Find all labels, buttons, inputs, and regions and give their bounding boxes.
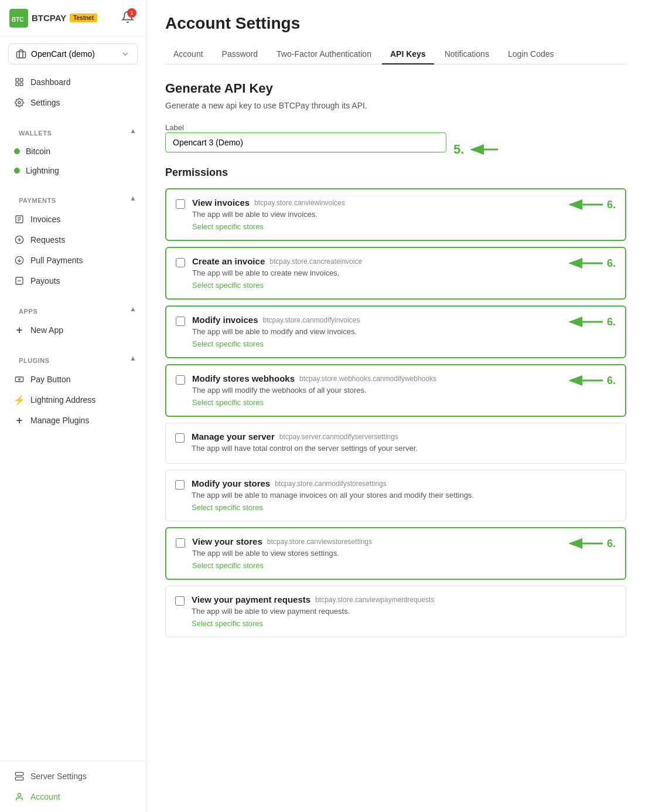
wallets-toggle-icon[interactable]: ▲ — [129, 127, 136, 135]
svg-rect-21 — [15, 772, 23, 775]
sidebar-item-requests[interactable]: Requests — [5, 230, 141, 250]
annotation-6-create-invoice: 6. — [565, 256, 616, 270]
wallets-section-header: WALLETS ▲ — [0, 118, 146, 141]
requests-icon — [14, 235, 25, 245]
label-field-label: Label — [165, 123, 184, 132]
permission-link-modify-stores[interactable]: Select specific stores — [192, 503, 263, 512]
testnet-badge: Testnet — [70, 13, 97, 22]
dashboard-label: Dashboard — [30, 77, 71, 87]
permission-checkbox-view-invoices[interactable] — [176, 199, 185, 209]
plugins-section: PLUGINS ▲ Pay Button ⚡ Lightning Address… — [0, 345, 146, 436]
sidebar-item-dashboard[interactable]: Dashboard — [5, 72, 141, 92]
requests-label: Requests — [30, 235, 65, 244]
new-app-label: New App — [30, 325, 63, 335]
tab-account[interactable]: Account — [165, 45, 211, 64]
permission-code-modify-invoices: btcpay.store.canmodifyinvoices — [263, 316, 360, 324]
permission-desc-manage-server: The app will have total control on the s… — [192, 444, 616, 453]
sidebar-item-new-app[interactable]: + New App — [5, 320, 141, 340]
apps-section: APPS ▲ + New App — [0, 296, 146, 345]
tab-two-factor[interactable]: Two-Factor Authentication — [268, 45, 380, 64]
store-selector[interactable]: OpenCart (demo) — [8, 43, 138, 64]
svg-point-20 — [19, 379, 21, 380]
server-settings-icon — [14, 771, 25, 782]
sidebar-item-payouts[interactable]: Payouts — [5, 271, 141, 291]
sidebar-item-bitcoin[interactable]: Bitcoin — [5, 142, 141, 161]
main-content: Account Settings Account Password Two-Fa… — [146, 0, 645, 812]
annotation-6-view-invoices: 6. — [565, 198, 616, 212]
apps-toggle-icon[interactable]: ▲ — [129, 305, 136, 313]
sidebar-item-manage-plugins[interactable]: + Manage Plugins — [5, 410, 141, 430]
tab-api-keys[interactable]: API Keys — [382, 45, 434, 64]
permission-checkbox-modify-invoices[interactable] — [176, 317, 185, 326]
invoices-icon — [14, 214, 25, 225]
permission-checkbox-create-invoice[interactable] — [176, 258, 185, 267]
permission-desc-modify-invoices: The app will be able to modify and view … — [192, 327, 558, 336]
permission-name-view-payment-requests: View your payment requests — [192, 594, 310, 604]
payouts-label: Payouts — [30, 276, 60, 286]
notification-button[interactable]: 1 — [119, 8, 136, 28]
permission-link-modify-webhooks[interactable]: Select specific stores — [192, 398, 264, 407]
lightning-address-label: Lightning Address — [30, 395, 95, 405]
svg-rect-19 — [15, 377, 23, 382]
label-field-container: Label 5. — [165, 122, 626, 167]
btcpay-logo: BTC — [9, 9, 28, 28]
tab-password[interactable]: Password — [214, 45, 266, 64]
permission-link-modify-invoices[interactable]: Select specific stores — [192, 339, 264, 348]
new-app-plus-icon: + — [14, 325, 25, 335]
permission-link-view-invoices[interactable]: Select specific stores — [192, 222, 264, 231]
permission-link-view-payment-requests[interactable]: Select specific stores — [192, 619, 263, 628]
permission-name-manage-server: Manage your server — [192, 432, 275, 441]
sidebar-item-settings[interactable]: Settings — [5, 93, 141, 113]
permission-title-row-view-invoices: View invoices btcpay.store.canviewinvoic… — [192, 198, 558, 208]
permission-item-modify-webhooks: Modify stores webhooks btcpay.store.webh… — [165, 364, 626, 417]
apps-label: APPS — [9, 301, 47, 317]
notification-count: 1 — [127, 8, 136, 18]
payments-label: PAYMENTS — [9, 190, 66, 206]
svg-point-7 — [18, 101, 21, 104]
page-title: Account Settings — [165, 14, 626, 33]
permission-title-row-modify-webhooks: Modify stores webhooks btcpay.store.webh… — [192, 373, 558, 383]
permission-link-view-stores[interactable]: Select specific stores — [192, 561, 264, 570]
plugins-toggle-icon[interactable]: ▲ — [129, 354, 136, 362]
annotation-6-view-stores: 6. — [565, 536, 616, 551]
permission-desc-modify-stores: The app will be able to manage invoices … — [192, 491, 616, 500]
payments-toggle-icon[interactable]: ▲ — [129, 194, 136, 202]
lightning-status-dot — [14, 168, 20, 174]
permission-item-modify-stores: Modify your stores btcpay.store.canmodif… — [165, 470, 626, 521]
permission-item-modify-invoices: Modify invoices btcpay.store.canmodifyin… — [165, 305, 626, 358]
permission-title-row-view-stores: View your stores btcpay.store.canviewsto… — [192, 536, 558, 546]
pull-payments-label: Pull Payments — [30, 256, 83, 265]
permission-checkbox-view-stores[interactable] — [176, 538, 185, 548]
permission-checkbox-manage-server[interactable] — [175, 433, 185, 443]
sidebar-item-account[interactable]: Account — [5, 787, 141, 807]
permission-title-row-create-invoice: Create an invoice btcpay.store.cancreate… — [192, 256, 558, 266]
logo-area: BTC BTCPAY Testnet — [9, 9, 114, 28]
permission-title-row-view-payment-requests: View your payment requests btcpay.store.… — [192, 594, 616, 604]
sidebar-item-pull-payments[interactable]: Pull Payments — [5, 250, 141, 270]
permission-link-create-invoice[interactable]: Select specific stores — [192, 281, 264, 290]
permission-checkbox-modify-webhooks[interactable] — [176, 375, 185, 385]
generate-section-title: Generate API Key — [165, 81, 626, 96]
permission-checkbox-modify-stores[interactable] — [175, 480, 185, 490]
permission-title-row-modify-invoices: Modify invoices btcpay.store.canmodifyin… — [192, 315, 558, 325]
permission-item-view-invoices: View invoices btcpay.store.canviewinvoic… — [165, 188, 626, 241]
payments-section-header: PAYMENTS ▲ — [0, 185, 146, 209]
permission-desc-view-invoices: The app will be able to view invoices. — [192, 210, 558, 219]
sidebar-bottom: Server Settings Account — [0, 760, 146, 812]
sidebar-item-lightning[interactable]: Lightning — [5, 161, 141, 180]
plugins-label: PLUGINS — [9, 350, 59, 366]
permission-name-view-invoices: View invoices — [192, 198, 250, 208]
permission-title-row-manage-server: Manage your server btcpay.server.canmodi… — [192, 432, 616, 441]
server-settings-label: Server Settings — [30, 772, 87, 781]
account-icon — [14, 791, 25, 802]
tab-login-codes[interactable]: Login Codes — [500, 45, 562, 64]
permission-code-modify-stores: btcpay.store.canmodifystoresettings — [275, 480, 387, 488]
sidebar-item-invoices[interactable]: Invoices — [5, 209, 141, 229]
permission-checkbox-view-payment-requests[interactable] — [175, 596, 185, 606]
sidebar-item-lightning-address[interactable]: ⚡ Lightning Address — [5, 390, 141, 410]
tab-notifications[interactable]: Notifications — [436, 45, 497, 64]
sidebar-item-server-settings[interactable]: Server Settings — [5, 766, 141, 786]
sidebar-item-pay-button[interactable]: Pay Button — [5, 369, 141, 389]
svg-rect-22 — [15, 777, 23, 780]
label-input[interactable] — [165, 132, 446, 152]
